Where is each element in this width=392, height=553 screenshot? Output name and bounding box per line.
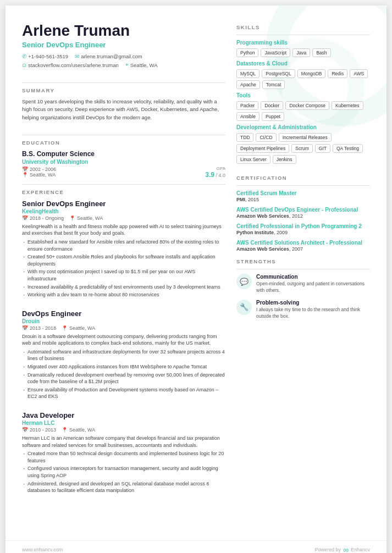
cert-4: AWS Certified Solutions Architect - Prof…: [236, 240, 370, 252]
enhancv-logo: Powered by ∞ Enhancv: [314, 545, 370, 553]
cert-2-title: AWS Certified DevOps Engineer - Professi…: [236, 207, 370, 213]
resume-footer: www.enhancv.com Powered by ∞ Enhancv: [5, 540, 387, 553]
resume-page: Arlene Truman Senior DevOps Engineer ✆ +…: [5, 5, 387, 553]
gpa-value: 3.9: [205, 171, 214, 179]
job-3-title: Java Developer: [22, 411, 225, 419]
job-3-meta: 📅 2010 - 2013 📍 Seattle, WA: [22, 427, 225, 433]
tag-incremental: Incremental Releases: [279, 133, 332, 142]
cert-4-org: Amazon Web Services, 2007: [236, 246, 370, 252]
brand-name: Enhancv: [351, 547, 370, 552]
header-area: Arlene Truman Senior DevOps Engineer ✆ +…: [22, 22, 225, 68]
job-1-desc: KeelingHealth is a health and fitness mo…: [22, 223, 225, 237]
tag-git: GIT: [315, 144, 330, 153]
job-1-title: Senior DevOps Engineer: [22, 200, 225, 208]
job-1-location: 📍 Seattle, WA: [69, 215, 103, 221]
tag-puppet: Puppet: [262, 112, 284, 121]
calendar-icon-j3: 📅: [22, 427, 28, 433]
cert-2: AWS Certified DevOps Engineer - Professi…: [236, 207, 370, 219]
job-2-company: Drouin: [22, 318, 225, 324]
contact-stackoverflow: ⊙ stackoverflow.com/users/arlene.truman: [22, 62, 119, 68]
edu-gpa: GPA 3.9 / 4.0: [205, 166, 225, 179]
cert-section-title: CERTIFICATION: [236, 175, 370, 181]
bullet-item: Migrated over 400 Applications instances…: [22, 363, 225, 370]
right-column: SKILLS Programming skills Python JavaScr…: [236, 22, 370, 529]
gpa-max: 4.0: [218, 173, 225, 178]
experience-section-title: EXPERIENCE: [22, 189, 225, 195]
tag-javascript: JavaScript: [261, 48, 290, 57]
link-icon: ⊙: [22, 62, 26, 68]
tag-redis: Redis: [328, 69, 347, 78]
bullet-item: Dramatically reduced development overhea…: [22, 372, 225, 385]
tag-scrum: Scrum: [291, 144, 313, 153]
skills-section: Programming skills Python JavaScript Jav…: [236, 40, 370, 167]
tag-mongodb: MongoDB: [297, 69, 326, 78]
cert-1-org: PMI, 2015: [236, 197, 370, 202]
footer-website: www.enhancv.com: [22, 547, 63, 552]
tag-docker-compose: Docker Compose: [285, 101, 329, 110]
calendar-icon-j1: 📅: [22, 215, 28, 221]
job-1-bullets: Established a new standard for Ansible r…: [22, 239, 225, 298]
enhancv-heart-icon: ∞: [343, 545, 349, 553]
cert-3-org: Python Institute, 2009: [236, 230, 370, 235]
strength-1-desc: Open-minded, outgoing and patient in con…: [256, 281, 370, 294]
location-icon: ⌖: [125, 62, 129, 68]
divider-education: [22, 135, 225, 135]
job-2-title: DevOps Engineer: [22, 309, 225, 318]
job-2-bullets: Automated software and infrastructure de…: [22, 349, 225, 400]
job-2-desc: Drouin is a software development outsour…: [22, 333, 225, 347]
contact-row: ✆ +1-940-561-3519 ✉ arlene.truman@gmail.…: [22, 53, 225, 68]
powered-by-label: Powered by: [314, 547, 341, 552]
strength-2-title: Problem-solving: [256, 300, 370, 306]
contact-email: ✉ arlene.truman@gmail.com: [75, 53, 142, 59]
skill-group-datastores: Datastores & Cloud: [236, 60, 370, 67]
tag-kubernetes: Kubernetes: [332, 101, 363, 110]
bullet-item: Ensure availability of Production and De…: [22, 386, 225, 400]
calendar-icon: 📅: [22, 167, 28, 172]
job-2: DevOps Engineer Drouin 📅 2013 - 2018 📍 S…: [22, 309, 225, 406]
job-2-dates: 📅 2013 - 2018: [22, 325, 56, 331]
job-3-location: 📍 Seattle, WA: [62, 427, 95, 433]
strength-1-icon-wrap: 💬: [236, 274, 252, 289]
tag-mysql: MySQL: [236, 69, 260, 78]
tag-python: Python: [236, 48, 258, 57]
tag-ansible: Ansible: [236, 112, 260, 121]
strength-2-text: Problem-solving I always take my time to…: [256, 300, 370, 320]
job-3-company: Herman LLC: [22, 420, 225, 426]
edu-degree: B.S. Computer Science: [22, 150, 225, 158]
bullet-item: Working with a dev team to re-home about…: [22, 291, 225, 298]
datastores-tags: MySQL PostgreSQL MongoDB Redis AWS Apach…: [236, 69, 370, 89]
tag-postgresql: PostgreSQL: [262, 69, 295, 78]
strength-2: 🔧 Problem-solving I always take my time …: [236, 300, 370, 320]
cert-1: Certified Scrum Master PMI, 2015: [236, 190, 370, 202]
cert-1-title: Certified Scrum Master: [236, 190, 370, 196]
tag-apache: Apache: [236, 80, 260, 89]
tag-cicd: CI/CD: [256, 133, 276, 142]
summary-section-title: SUMMARY: [22, 87, 225, 93]
job-3: Java Developer Herman LLC 📅 2010 - 2013 …: [22, 411, 225, 500]
divider-summary: [22, 82, 225, 83]
tag-jenkins: Jenkins: [273, 155, 296, 164]
tag-bash: Bash: [312, 48, 330, 57]
strength-1-title: Communication: [256, 274, 370, 280]
left-column: Arlene Truman Senior DevOps Engineer ✆ +…: [22, 22, 225, 529]
job-1: Senior DevOps Engineer KeelingHealth 📅 2…: [22, 200, 225, 304]
tag-tomcat: Tomcat: [262, 80, 285, 89]
bullet-item: Administered, designed and developed an …: [22, 480, 225, 494]
job-3-dates: 📅 2010 - 2013: [22, 427, 56, 433]
map-pin-icon: 📍: [22, 172, 28, 178]
edu-dates: 📅 2002 - 2006: [22, 167, 56, 172]
pin-icon-j1: 📍: [69, 215, 75, 221]
tag-java: Java: [292, 48, 310, 57]
tag-tdd: TDD: [236, 133, 253, 142]
cert-2-org: Amazon Web Services, 2012: [236, 213, 370, 219]
phone-icon: ✆: [22, 53, 26, 59]
divider-experience: [22, 184, 225, 185]
problem-solving-icon: 🔧: [240, 303, 249, 311]
divider-strengths: [236, 269, 370, 269]
bullet-item: Created more than 50 technical design do…: [22, 450, 225, 464]
skill-group-programming: Programming skills: [236, 40, 370, 46]
job-2-location: 📍 Seattle, WA: [62, 325, 95, 331]
candidate-name: Arlene Truman: [22, 22, 225, 40]
skill-group-tools: Tools: [236, 92, 370, 98]
strengths-section-title: STRENGTHS: [236, 258, 370, 264]
